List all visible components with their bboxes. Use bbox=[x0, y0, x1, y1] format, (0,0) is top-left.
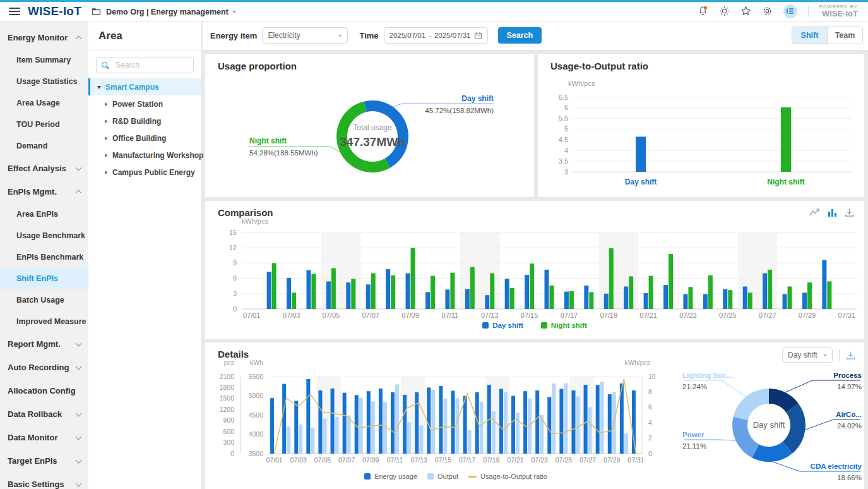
sidebar-item-area-usage[interactable]: Area Usage bbox=[0, 92, 88, 114]
search-button[interactable]: Search bbox=[498, 27, 542, 44]
shift-select[interactable]: Day shift bbox=[782, 347, 833, 363]
kwh-axis-label: kWh bbox=[250, 359, 263, 366]
details-panel: Details Day shift 0246810030060090012001… bbox=[205, 342, 864, 489]
chevron-down-icon bbox=[338, 35, 342, 37]
legend-item-night-shift[interactable]: Night shift bbox=[541, 322, 587, 329]
weekend-band bbox=[619, 232, 638, 309]
details-controls: Day shift bbox=[782, 347, 855, 363]
bar-output bbox=[576, 396, 580, 454]
usage-to-output-title: Usage-to-Output ratio bbox=[550, 61, 648, 71]
legend-item-output[interactable]: Output bbox=[427, 473, 458, 480]
chevron-up-icon bbox=[76, 190, 82, 196]
caret-right-icon[interactable] bbox=[105, 119, 108, 123]
sidebar-item-label: Allocation Config bbox=[8, 386, 76, 395]
date-range-picker[interactable]: 2025/07/01 - 2025/07/31 bbox=[384, 27, 488, 44]
sidebar-item-allocation-config[interactable]: Allocation Config bbox=[0, 379, 88, 402]
sidebar-item-label: TOU Period bbox=[16, 120, 60, 129]
bar-night-shift bbox=[768, 270, 772, 309]
slice-value-day-shift: 45.72%(158.82MWh) bbox=[425, 107, 494, 114]
notification-bell-icon[interactable] bbox=[698, 6, 708, 16]
tree-item-campus-public-energy[interactable]: Campus Public Energy bbox=[88, 164, 201, 181]
details-legend: Energy usageOutputUsage-to-Output ratio bbox=[268, 473, 643, 480]
sidebar-item-data-monitor[interactable]: Data Monitor bbox=[0, 426, 88, 449]
sidebar-item-batch-usage[interactable]: Batch Usage bbox=[0, 289, 88, 311]
caret-right-icon[interactable] bbox=[105, 136, 108, 140]
org-selector[interactable]: Demo Org | Energy management bbox=[106, 8, 236, 16]
star-icon[interactable] bbox=[740, 6, 751, 16]
x-tick-label: 07/09 bbox=[401, 311, 419, 319]
tree-item-smart-campus[interactable]: Smart Campus bbox=[88, 78, 201, 95]
comparison-title: Comparison bbox=[218, 207, 273, 218]
sidebar-item-enpis-mgmt[interactable]: EnPIs Mgmt. bbox=[0, 180, 88, 203]
bar-night-shift bbox=[807, 282, 812, 309]
menu-icon[interactable] bbox=[9, 8, 20, 15]
area-search-input[interactable] bbox=[114, 60, 188, 70]
sidebar-item-data-rollback[interactable]: Data Rollback bbox=[0, 402, 88, 426]
sidebar-item-enpis-benchmark[interactable]: EnPIs Benchmark bbox=[0, 246, 88, 268]
sidebar-item-demand[interactable]: Demand bbox=[0, 135, 88, 157]
sidebar-item-effect-analysis[interactable]: Effect Analysis bbox=[0, 157, 88, 180]
bar-day-shift bbox=[743, 287, 747, 309]
slice-value-night-shift: 54.28%(188.55MWh) bbox=[249, 149, 318, 157]
bar-output bbox=[588, 408, 592, 454]
toggle-team[interactable]: Team bbox=[828, 27, 862, 44]
bar-energy-usage bbox=[596, 385, 600, 454]
bar-day-shift bbox=[505, 279, 509, 309]
sidebar-item-auto-recording[interactable]: Auto Recording bbox=[0, 356, 88, 379]
caret-right-icon[interactable] bbox=[105, 102, 108, 106]
legend-label: Energy usage bbox=[374, 473, 417, 480]
legend-item-usage-to-output-ratio[interactable]: Usage-to-Output ratio bbox=[468, 473, 547, 480]
legend-item-energy-usage[interactable]: Energy usage bbox=[364, 473, 417, 480]
sidebar-item-shift-enpis[interactable]: Shift EnPIs bbox=[0, 268, 88, 289]
sidebar-item-item-summary[interactable]: Item Summary bbox=[0, 49, 88, 71]
tree-item-manufacturing-workshop[interactable]: Manufacturing Workshop bbox=[88, 147, 201, 164]
bar-night-shift bbox=[510, 288, 514, 309]
tree-item-office-building[interactable]: Office Building bbox=[88, 130, 201, 147]
legend-item-day-shift[interactable]: Day shift bbox=[482, 322, 523, 329]
energy-item-select[interactable]: Electricity bbox=[262, 27, 348, 44]
sidebar-item-usage-statistics[interactable]: Usage Statistics bbox=[0, 71, 88, 92]
bar-energy-usage bbox=[367, 391, 371, 454]
date-from: 2025/07/01 bbox=[389, 32, 426, 39]
caret-right-icon[interactable] bbox=[105, 171, 108, 174]
app-header: WISE-IoT Demo Org | Energy management PO… bbox=[0, 0, 868, 21]
x-tick-label: 07/09 bbox=[362, 456, 379, 464]
caret-right-icon[interactable] bbox=[105, 154, 108, 157]
sidebar-item-target-enpis[interactable]: Target EnPIs bbox=[0, 449, 88, 473]
download-icon[interactable] bbox=[846, 351, 855, 360]
sidebar-nav: Energy MonitorItem SummaryUsage Statisti… bbox=[0, 21, 88, 489]
bar-chart-icon[interactable] bbox=[828, 208, 837, 217]
user-avatar[interactable] bbox=[783, 4, 797, 18]
sidebar-item-tou-period[interactable]: TOU Period bbox=[0, 114, 88, 135]
y-axis-label: kWh/pcs bbox=[242, 217, 269, 225]
bar-output bbox=[311, 428, 314, 454]
tree-item-r-d-building[interactable]: R&D Building bbox=[88, 112, 201, 130]
sidebar-item-improved-measure[interactable]: Improved Measure bbox=[0, 311, 88, 332]
toggle-shift[interactable]: Shift bbox=[792, 27, 828, 44]
tree-item-power-station[interactable]: Power Station bbox=[88, 95, 201, 112]
top-accent-strip bbox=[0, 0, 868, 2]
bar-output bbox=[359, 398, 363, 454]
slice-label-lighting-soc: Lighting Soc... bbox=[682, 371, 732, 379]
bar-output bbox=[600, 382, 604, 454]
sidebar-item-area-enpis[interactable]: Area EnPIs bbox=[0, 203, 88, 225]
line-chart-icon[interactable] bbox=[809, 208, 820, 217]
caret-down-icon[interactable] bbox=[97, 86, 101, 89]
download-icon[interactable] bbox=[845, 208, 854, 217]
sidebar-item-basic-settings[interactable]: Basic Settings bbox=[0, 473, 88, 489]
x-tick-label: 07/03 bbox=[290, 456, 307, 464]
bar-energy-usage bbox=[499, 389, 503, 454]
brand-logo: WISE-IoT bbox=[28, 4, 81, 18]
sidebar-item-energy-monitor[interactable]: Energy Monitor bbox=[0, 26, 88, 49]
sidebar-item-report-mgmt[interactable]: Report Mgmt. bbox=[0, 332, 88, 356]
gear-icon[interactable] bbox=[762, 6, 773, 16]
bar-day-shift bbox=[386, 269, 390, 309]
slice-label-power: Power bbox=[682, 431, 705, 438]
x-tick-label: 07/19 bbox=[600, 311, 617, 319]
x-tick-label: 07/01 bbox=[243, 311, 261, 319]
brightness-icon[interactable] bbox=[719, 6, 730, 16]
legend-swatch bbox=[468, 476, 477, 478]
sidebar-item-usage-benchmark[interactable]: Usage Benchmark bbox=[0, 225, 88, 246]
sidebar-item-label: Usage Statistics bbox=[16, 77, 78, 86]
legend-label: Output bbox=[437, 473, 458, 480]
